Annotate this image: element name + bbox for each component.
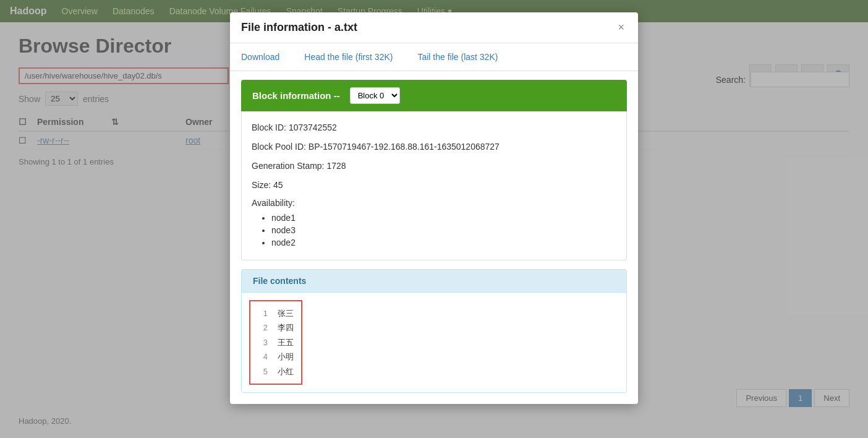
file-contents-header: File contents [241,269,627,293]
modal-links: Download Head the file (first 32K) Tail … [230,43,638,71]
line-content-4: 小明 [278,350,294,364]
block-info-body: Block ID: 1073742552 Block Pool ID: BP-1… [241,111,627,260]
modal-header: File information - a.txt × [230,12,638,43]
modal-overlay: File information - a.txt × Download Head… [0,0,868,438]
tail-file-link[interactable]: Tail the file (last 32K) [417,52,498,62]
file-line-1: 1 张三 [258,306,294,320]
block-info-title: Block information -- [252,90,340,101]
file-contents-body: 1 张三 2 李四 3 王五 4 小明 5 小红 [241,293,627,393]
file-info-modal: File information - a.txt × Download Head… [230,12,638,404]
block-info-header: Block information -- Block 0 [241,80,627,111]
modal-close-button[interactable]: × [615,21,627,34]
modal-title: File information - a.txt [241,21,357,34]
block-size: Size: 45 [252,179,616,192]
availability-list: node1 node3 node2 [252,213,616,247]
file-line-5: 5 小红 [258,364,294,379]
file-line-2: 2 李四 [258,320,294,335]
file-content-table: 1 张三 2 李四 3 王五 4 小明 5 小红 [249,300,302,385]
pool-id: Block Pool ID: BP-1570719467-192.168.88.… [252,140,616,153]
file-line-3: 3 王五 [258,335,294,350]
file-line-4: 4 小明 [258,350,294,364]
availability-label: Availability: [252,198,616,208]
line-num-5: 5 [258,364,268,379]
line-num-3: 3 [258,335,268,350]
line-num-2: 2 [258,320,268,335]
node-1: node1 [271,213,616,223]
line-content-2: 李四 [278,320,294,335]
generation-stamp: Generation Stamp: 1728 [252,160,616,173]
line-content-5: 小红 [278,364,294,379]
node-2: node3 [271,225,616,235]
line-content-3: 王五 [278,335,294,350]
block-select[interactable]: Block 0 [350,87,400,104]
line-num-4: 4 [258,350,268,364]
node-3: node2 [271,238,616,247]
head-file-link[interactable]: Head the file (first 32K) [304,52,393,62]
line-num-1: 1 [258,306,268,320]
download-link[interactable]: Download [241,52,279,62]
line-content-1: 张三 [278,306,294,320]
block-id: Block ID: 1073742552 [252,121,616,134]
